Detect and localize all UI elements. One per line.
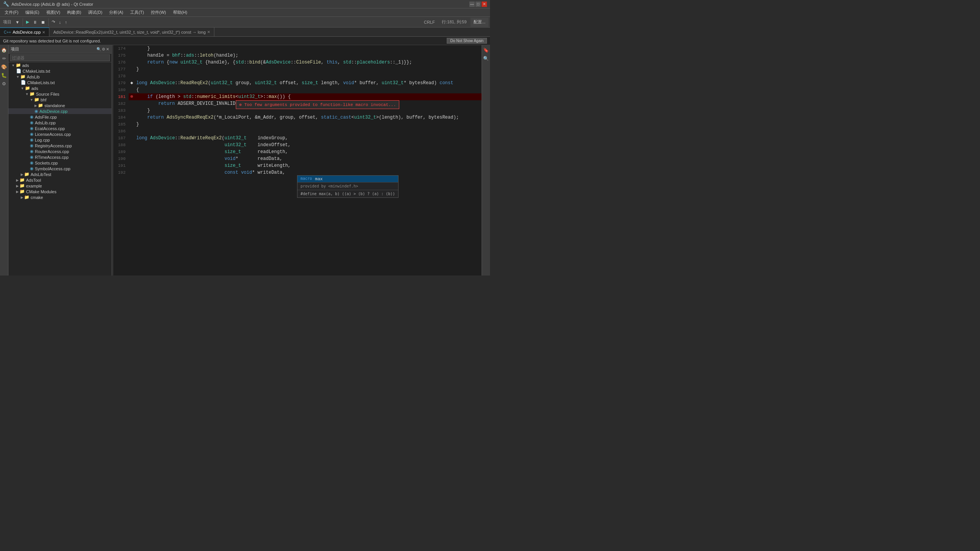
title-bar-left: 🔧 AdsDevice.cpp (AdsLib @ ads) - Qt Crea… (3, 1, 93, 7)
window-title: AdsDevice.cpp (AdsLib @ ads) - Qt Creato… (11, 2, 93, 7)
folder-icon-cmake-modules: 📁 (20, 189, 25, 194)
line-content-174: } (135, 45, 150, 52)
tree-item-ecataccess-cpp[interactable]: ◉ EcatAccess.cpp (8, 126, 111, 131)
tree-item-rtimeaccess-cpp[interactable]: ◉ RTimeAccess.cpp (8, 154, 111, 160)
git-notification-bar: Git repository was detected but Git is n… (0, 37, 490, 45)
close-button[interactable]: ✕ (482, 2, 487, 7)
tree-item-routeraccess-cpp[interactable]: ◉ RouterAccess.cpp (8, 148, 111, 154)
right-sidebar-bookmark[interactable]: 🔖 (483, 47, 490, 54)
tree-item-adslib-cpp[interactable]: ◉ AdsLib.cpp (8, 120, 111, 126)
toolbar-config[interactable]: 配置... (470, 18, 488, 27)
file-icon-sockets-cpp: ◉ (30, 160, 34, 165)
tree-item-cmake-sub[interactable]: ▶ 📁 cmake (8, 194, 111, 200)
sidebar-debug-btn[interactable]: 🐛 (1, 72, 8, 79)
tree-item-standalone[interactable]: ▶ 📁 standalone (8, 103, 111, 108)
line-marker-179: ◆ (129, 80, 135, 86)
toolbar-stop[interactable]: ⏹ (39, 18, 47, 27)
toolbar: 项目 ▼ ▶ ⏸ ⏹ ↷ ↓ ↑ CRLF 行:181, 列:59 配置... (0, 17, 490, 28)
line-content-175: handle = bhf::ads::letoh(handle); (135, 52, 238, 59)
toolbar-project-label: 项目 (2, 19, 13, 25)
tree-item-ads-sub[interactable]: ▼ 📁 ads (8, 85, 111, 91)
sidebar-projects-btn[interactable]: ⚙ (1, 80, 8, 87)
do-not-show-again-button[interactable]: Do Not Show Again (447, 38, 487, 44)
tree-item-cmake2[interactable]: 📄 CMakeLists.txt (8, 80, 111, 85)
code-area[interactable]: 174 } 175 handle = bhf::ads::letoh(handl… (113, 45, 482, 276)
menu-view[interactable]: 视图(V) (43, 9, 64, 16)
tab-icon-cpp: C++ (4, 30, 11, 34)
toolbar-dropdown[interactable]: ▼ (14, 18, 21, 27)
file-icon-routeraccess-cpp: ◉ (30, 149, 34, 154)
tree-item-adslibtest[interactable]: ▶ 📁 AdsLibTest (8, 171, 111, 177)
tree-item-adsdevice-cpp[interactable]: ◉ AdsDevice.cpp (8, 108, 111, 114)
line-num-175: 175 (113, 52, 129, 59)
menu-tools[interactable]: 工具(T) (127, 9, 147, 16)
tree-item-registryaccess-cpp[interactable]: ◉ RegistryAccess.cpp (8, 143, 111, 148)
line-marker-178 (129, 73, 135, 80)
toolbar-sep2 (48, 18, 49, 26)
sidebar-welcome-btn[interactable]: 🏠 (1, 47, 8, 54)
maximize-button[interactable]: □ (475, 2, 481, 7)
tree-item-example[interactable]: ▶ 📁 example (8, 183, 111, 189)
folder-icon-adslib: 📁 (20, 74, 26, 79)
tab-close-breadcrumb[interactable]: ✕ (207, 30, 210, 34)
menu-analyze[interactable]: 分析(A) (106, 9, 126, 16)
tree-label-adstool: AdsTool (26, 178, 41, 183)
folder-icon-cmake-sub: 📁 (24, 195, 29, 200)
line-content-191: size_t writeLength, (135, 162, 291, 169)
tab-breadcrumb[interactable]: AdsDevice::ReadReqEx2(uint32_t, uint32_t… (49, 28, 214, 36)
toolbar-pause[interactable]: ⏸ (31, 18, 39, 27)
toolbar-step-out[interactable]: ↑ (63, 18, 69, 27)
tree-arrow-adstool: ▶ (16, 178, 19, 182)
code-line-180: 180 { (113, 86, 482, 93)
project-settings-btn[interactable]: ⚙ (102, 47, 105, 51)
tab-close-adsdevice[interactable]: ✕ (42, 30, 45, 34)
menu-build[interactable]: 构建(B) (64, 9, 84, 16)
line-marker-180 (129, 86, 135, 93)
right-sidebar-zoom[interactable]: 🔍 (483, 55, 490, 62)
tree-item-licenseaccess-cpp[interactable]: ◉ LicenseAccess.cpp (8, 131, 111, 137)
line-num-183: 183 (113, 107, 129, 114)
line-num-176: 176 (113, 59, 129, 66)
folder-icon-bhf: 📁 (34, 97, 39, 102)
tree-item-bhf[interactable]: ▼ 📁 bhf (8, 97, 111, 103)
sidebar-edit-btn[interactable]: ✏ (1, 55, 8, 62)
project-close-btn[interactable]: ✕ (106, 47, 109, 51)
menu-file[interactable]: 文件(F) (2, 9, 21, 16)
menu-debug[interactable]: 调试(D) (85, 9, 105, 16)
file-icon-ecataccess-cpp: ◉ (30, 126, 34, 131)
tree-label-adslib: AdsLib (27, 75, 40, 79)
tree-item-sockets-cpp[interactable]: ◉ Sockets.cpp (8, 160, 111, 166)
tree-item-adstool[interactable]: ▶ 📁 AdsTool (8, 177, 111, 183)
menu-help[interactable]: 帮助(H) (170, 9, 190, 16)
tree-item-cmake-modules[interactable]: ▶ 📁 CMake Modules (8, 189, 111, 194)
file-icon-adsfile-cpp: ◉ (30, 114, 34, 119)
line-num-190: 190 (113, 155, 129, 162)
tree-arrow-ads: ▼ (11, 64, 15, 67)
line-content-189: size_t readLength, (135, 148, 288, 155)
tree-item-symbolaccess-cpp[interactable]: ◉ SymbolAccess.cpp (8, 166, 111, 171)
autocomplete-item-macro[interactable]: macro max (297, 176, 398, 182)
code-line-176: 176 return {new uint32_t {handle}, {std:… (113, 59, 482, 66)
tree-item-adslib[interactable]: ▼ 📁 AdsLib (8, 74, 111, 80)
menu-edit[interactable]: 编辑(E) (22, 9, 42, 16)
tree-label-cmake-modules: CMake Modules (26, 189, 56, 194)
tab-adsdevice-cpp[interactable]: C++ AdsDevice.cpp ✕ (0, 28, 49, 36)
tree-item-cmake1[interactable]: 📄 CMakeLists.txt (8, 68, 111, 74)
folder-icon-example: 📁 (20, 183, 25, 188)
toolbar-run[interactable]: ▶ (24, 18, 31, 27)
line-marker-183 (129, 107, 135, 114)
toolbar-step-into[interactable]: ↓ (57, 18, 63, 27)
line-num-188: 188 (113, 142, 129, 148)
project-filter-btn[interactable]: 🔍 (96, 47, 101, 51)
tree-item-ads-root[interactable]: ▼ 📁 ads (8, 62, 111, 68)
tree-item-source-files[interactable]: ▼ 📁 Source Files (8, 91, 111, 97)
tree-item-adsfile-cpp[interactable]: ◉ AdsFile.cpp (8, 114, 111, 120)
code-lines: 174 } 175 handle = bhf::ads::letoh(handl… (113, 45, 482, 176)
project-search-input[interactable] (10, 54, 110, 61)
line-content-176: return {new uint32_t {handle}, {std::bin… (135, 59, 412, 66)
sidebar-design-btn[interactable]: 🎨 (1, 64, 8, 70)
tree-item-log-cpp[interactable]: ◉ Log.cpp (8, 137, 111, 143)
minimize-button[interactable]: — (469, 2, 475, 7)
menu-control[interactable]: 控件(W) (148, 9, 169, 16)
toolbar-step-over[interactable]: ↷ (50, 18, 57, 27)
